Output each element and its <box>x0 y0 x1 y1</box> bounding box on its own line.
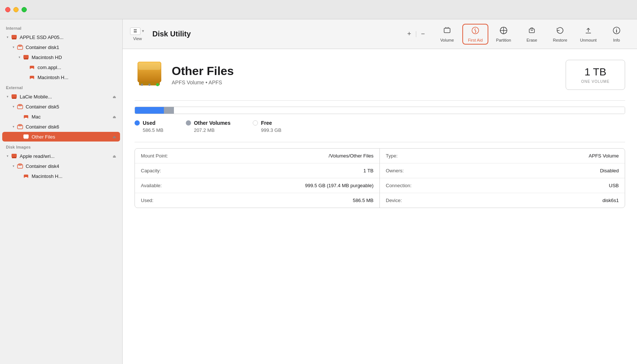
sidebar-item-apple-ssd[interactable]: APPLE SSD AP05... <box>2 32 120 42</box>
sidebar-item-mac[interactable]: Mac <box>2 112 120 121</box>
chevron-apple-ssd[interactable] <box>4 34 10 40</box>
info-val: /Volumes/Other Files <box>329 153 374 159</box>
info-val: 586.5 MB <box>353 198 374 203</box>
disk-capacity-box: 1 TB ONE VOLUME <box>566 60 625 90</box>
chevron-container-disk5[interactable] <box>10 104 16 110</box>
info-row: Mount Point:/Volumes/Other Files <box>135 149 379 163</box>
disk-icon-mac <box>22 113 30 120</box>
traffic-lights <box>5 7 27 12</box>
chevron-lacie-mobile[interactable] <box>4 94 10 100</box>
first-aid-icon <box>471 26 480 36</box>
sidebar-label-macintosh-h: Macintosh H... <box>38 75 117 80</box>
sidebar-section-external: External <box>0 82 122 91</box>
legend-header-other: Other Volumes <box>186 120 231 126</box>
toolbar-btn-info[interactable]: Info <box>604 24 630 45</box>
sidebar-item-container-disk5[interactable]: Container disk5 <box>2 102 120 111</box>
legend-name-other: Other Volumes <box>194 120 231 126</box>
chevron-container-disk1[interactable] <box>10 44 16 50</box>
maximize-button[interactable] <box>22 7 27 12</box>
chevron-container-disk4[interactable] <box>10 163 16 169</box>
sidebar-label-mac: Mac <box>32 114 110 120</box>
add-volume-button[interactable]: + <box>404 29 414 39</box>
sidebar-label-container-disk1: Container disk1 <box>26 45 117 50</box>
info-key: Owners: <box>386 168 404 173</box>
close-button[interactable] <box>5 7 10 12</box>
toolbar-btn-erase[interactable]: Erase <box>519 24 545 45</box>
legend-header-free: Free <box>253 120 281 126</box>
sidebar-item-other-files[interactable]: Other Files <box>2 132 120 142</box>
view-toggle[interactable]: ☰ ▾ <box>130 27 145 35</box>
erase-label: Erase <box>527 38 537 42</box>
chevron-macintosh-hd-vol[interactable] <box>16 54 22 60</box>
sidebar-label-container-disk6: Container disk6 <box>26 124 117 130</box>
toolbar-view: ☰ ▾ View <box>130 27 145 41</box>
toolbar-btn-volume[interactable]: Volume <box>434 24 460 45</box>
svg-rect-9 <box>30 78 33 79</box>
svg-point-45 <box>141 84 143 86</box>
remove-volume-button[interactable]: − <box>418 29 428 39</box>
toolbar-btn-unmount[interactable]: Unmount <box>575 24 601 45</box>
sidebar-item-macintosh-h2[interactable]: Macintosh H... <box>2 171 120 181</box>
disk-icon-lacie-mobile <box>10 93 18 100</box>
add-remove-divider <box>416 31 416 37</box>
toolbar-btn-partition[interactable]: Partition <box>491 24 517 45</box>
storage-divider <box>135 142 625 142</box>
sidebar-item-macintosh-hd-vol[interactable]: Macintosh HD <box>2 52 120 62</box>
sidebar-item-lacie-mobile[interactable]: LaCie Mobile... <box>2 92 120 101</box>
sidebar-item-com-appl[interactable]: com.appl... <box>2 62 120 72</box>
info-val: APFS Volume <box>589 153 619 159</box>
svg-rect-0 <box>12 35 17 39</box>
partition-icon <box>499 26 508 36</box>
info-row: Available:999.5 GB (197.4 MB purgeable) <box>135 178 379 193</box>
legend-value-other: 207.2 MB <box>186 127 231 133</box>
minimize-button[interactable] <box>13 7 19 12</box>
svg-rect-7 <box>30 68 33 69</box>
svg-rect-10 <box>12 94 17 98</box>
info-val: 999.5 GB (197.4 MB purgeable) <box>305 183 374 188</box>
legend-dot-used <box>135 120 140 126</box>
chevron-apple-read-wri[interactable] <box>4 153 10 159</box>
partition-label: Partition <box>496 38 511 42</box>
storage-bar-used <box>135 107 164 114</box>
sidebar-item-container-disk1[interactable]: Container disk1 <box>2 42 120 52</box>
legend-dot-other <box>186 120 191 126</box>
sidebar: InternalAPPLE SSD AP05...Container disk1… <box>0 19 123 364</box>
disk-icon-other-files <box>22 133 30 140</box>
legend-item-other: Other Volumes 207.2 MB <box>186 120 231 133</box>
unmount-label: Unmount <box>580 38 597 42</box>
disk-icon-container-disk4 <box>16 162 24 170</box>
info-icon <box>612 26 621 36</box>
disk-icon-container-disk5 <box>16 103 24 110</box>
eject-icon-apple-read-wri[interactable] <box>111 153 117 159</box>
capacity-label: ONE VOLUME <box>575 79 616 84</box>
view-chevron[interactable]: ▾ <box>142 29 144 33</box>
info-val: Disabled <box>600 168 619 173</box>
sidebar-item-container-disk6[interactable]: Container disk6 <box>2 122 120 131</box>
toolbar-btn-restore[interactable]: Restore <box>547 24 573 45</box>
capacity-value: 1 TB <box>575 66 616 78</box>
svg-rect-1 <box>12 38 16 39</box>
sidebar-view-button[interactable]: ☰ <box>130 27 140 35</box>
eject-icon-lacie-mobile[interactable] <box>111 94 117 100</box>
chevron-container-disk6[interactable] <box>10 124 16 130</box>
sidebar-item-macintosh-h[interactable]: Macintosh H... <box>2 72 120 82</box>
eject-icon-mac[interactable] <box>111 114 117 120</box>
sidebar-item-apple-read-wri[interactable]: Apple read/wri... <box>2 151 120 161</box>
svg-rect-43 <box>138 62 161 70</box>
svg-rect-5 <box>24 58 28 59</box>
sidebar-section-internal: Internal <box>0 23 122 32</box>
toolbar-btn-first-aid[interactable]: First Aid <box>462 24 488 45</box>
info-col-left: Mount Point:/Volumes/Other FilesCapacity… <box>135 149 380 208</box>
first-aid-label: First Aid <box>468 38 483 42</box>
eject-icon-other-files[interactable] <box>111 134 117 140</box>
svg-rect-4 <box>23 55 29 59</box>
storage-bar <box>135 107 625 114</box>
svg-rect-25 <box>25 177 28 178</box>
disk-icon-apple-ssd <box>10 33 18 41</box>
info-val: USB <box>609 183 619 188</box>
storage-bar-free <box>174 107 625 114</box>
sidebar-item-container-disk4[interactable]: Container disk4 <box>2 161 120 171</box>
disk-icon-container-disk6 <box>16 123 24 130</box>
svg-rect-34 <box>529 29 534 33</box>
info-row: Used:586.5 MB <box>135 193 379 208</box>
